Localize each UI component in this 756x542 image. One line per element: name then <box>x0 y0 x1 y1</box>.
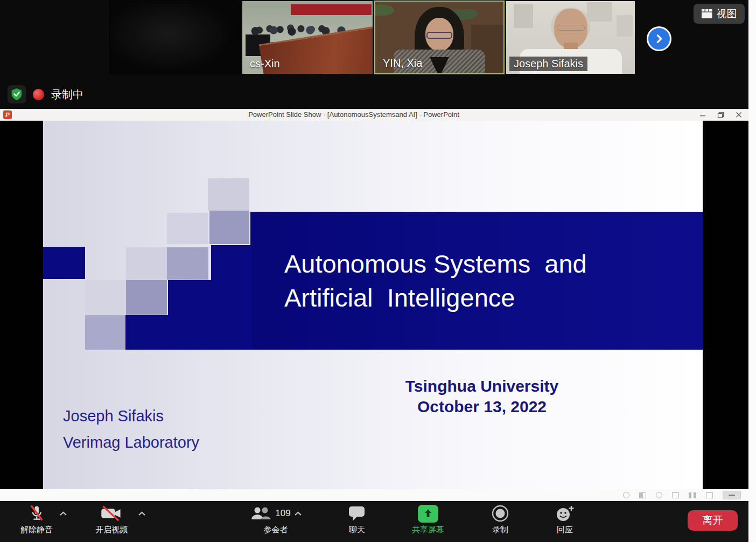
active-control-icon[interactable] <box>723 491 741 499</box>
slideshow-bottom-strip <box>0 489 748 501</box>
participants-icon <box>249 505 272 522</box>
start-video-button[interactable]: 开启视频 <box>74 503 149 535</box>
video-tile-cs-xin[interactable]: cs-Xin <box>242 1 373 74</box>
title-banner-step <box>168 280 212 350</box>
participants-button[interactable]: 109 参会者 <box>238 503 313 535</box>
deco-square <box>167 213 208 244</box>
slide-title: Autonomous Systems and Artificial Intell… <box>284 247 587 315</box>
participant-name-label: Joseph Sifakis <box>509 57 587 71</box>
reactions-button[interactable]: 回应 <box>527 503 603 535</box>
security-shield-icon[interactable] <box>8 85 26 103</box>
subtitles-icon[interactable] <box>672 492 679 498</box>
reactions-label: 回应 <box>557 525 573 535</box>
slide-author-line2: Verimag Laboratory <box>63 429 199 456</box>
powerpoint-titlebar: P PowerPoint Slide Show - [AutonomousSys… <box>0 109 756 121</box>
gallery-grid-icon <box>702 9 713 18</box>
see-all-slides-icon[interactable] <box>639 492 646 498</box>
participant-name-label: YIN, Xia <box>379 56 426 71</box>
next-videos-button[interactable] <box>647 26 671 51</box>
chat-icon <box>348 505 366 522</box>
share-screen-button[interactable]: 共享屏幕 <box>390 503 466 535</box>
video-options-chevron[interactable] <box>138 509 146 518</box>
share-screen-label: 共享屏幕 <box>412 525 444 535</box>
participants-count: 109 <box>275 508 290 519</box>
start-video-label: 开启视频 <box>95 525 128 535</box>
unmute-button[interactable]: 解除静音 <box>0 503 74 535</box>
desktop-edge-sliver <box>748 0 756 542</box>
restore-icon <box>717 112 724 119</box>
record-button[interactable]: 录制 <box>463 503 538 535</box>
zoom-video-strip: cs-Xin YIN, Xia Joseph Sifakis <box>0 0 748 109</box>
deco-square <box>85 315 125 350</box>
microphone-muted-icon <box>27 504 46 523</box>
slide-subtitle: Tsinghua University October 13, 2022 <box>358 376 606 417</box>
close-button[interactable] <box>731 109 747 121</box>
slide-title-line2: Artificial Intelligence <box>284 281 587 315</box>
presentation-slide: Autonomous Systems and Artificial Intell… <box>43 121 703 489</box>
camera-muted-icon <box>100 505 123 522</box>
slide-subtitle-line2: October 13, 2022 <box>358 397 606 417</box>
participants-chevron[interactable] <box>294 511 302 516</box>
pen-tool-icon[interactable] <box>623 492 629 498</box>
deco-navy-block <box>43 247 85 279</box>
letterbox-left <box>0 121 43 489</box>
deco-square <box>126 247 167 280</box>
leave-meeting-button[interactable]: 离开 <box>688 510 738 531</box>
minimize-button[interactable] <box>695 109 711 121</box>
record-label: 录制 <box>492 525 508 535</box>
deco-square <box>209 211 249 244</box>
chat-button[interactable]: 聊天 <box>319 503 395 535</box>
participants-label: 参会者 <box>264 525 288 535</box>
title-banner-step <box>211 245 251 350</box>
restore-button[interactable] <box>712 109 729 121</box>
deco-square <box>167 247 208 280</box>
record-icon <box>491 504 509 523</box>
participant-name-label: cs-Xin <box>246 57 284 71</box>
close-icon <box>736 112 742 118</box>
zoom-toolbar: 解除静音 开启视频 <box>0 501 748 542</box>
recording-dot-icon <box>33 89 44 100</box>
person-glasses <box>426 32 452 39</box>
chat-label: 聊天 <box>349 525 365 535</box>
slide-title-line1: Autonomous Systems and <box>284 247 587 281</box>
view-button-label: 视图 <box>717 7 737 21</box>
more-options-icon[interactable] <box>706 492 713 498</box>
unmute-label: 解除静音 <box>20 525 53 535</box>
slide-author-line1: Joseph Sifakis <box>63 403 199 429</box>
zoom-slide-icon[interactable] <box>656 492 662 498</box>
share-screen-icon <box>418 505 438 523</box>
window-title: PowerPoint Slide Show - [AutonomousSyste… <box>0 110 708 119</box>
deco-square <box>85 280 126 315</box>
chevron-right-icon <box>653 33 665 45</box>
layout-icon[interactable] <box>689 492 696 498</box>
person-glasses <box>557 25 585 31</box>
letterbox-right <box>703 121 748 489</box>
deco-square <box>208 178 249 211</box>
slide-author: Joseph Sifakis Verimag Laboratory <box>63 403 199 456</box>
reactions-smiley-icon <box>555 505 575 522</box>
screen: cs-Xin YIN, Xia Joseph Sifakis <box>0 0 756 542</box>
recording-indicator: 录制中 <box>8 84 83 105</box>
recording-status-label: 录制中 <box>51 87 83 102</box>
slide-subtitle-line1: Tsinghua University <box>358 376 606 397</box>
view-button[interactable]: 视图 <box>694 4 745 24</box>
video-tile-camera-dark[interactable] <box>109 1 241 74</box>
deco-square <box>126 280 167 315</box>
video-tile-yin-xia[interactable]: YIN, Xia <box>374 1 505 74</box>
audio-options-chevron[interactable] <box>59 509 67 518</box>
video-tile-joseph-sifakis[interactable]: Joseph Sifakis <box>506 1 635 74</box>
minimize-icon <box>699 112 706 118</box>
title-banner-step <box>125 315 169 350</box>
slideshow-controls <box>623 491 741 499</box>
